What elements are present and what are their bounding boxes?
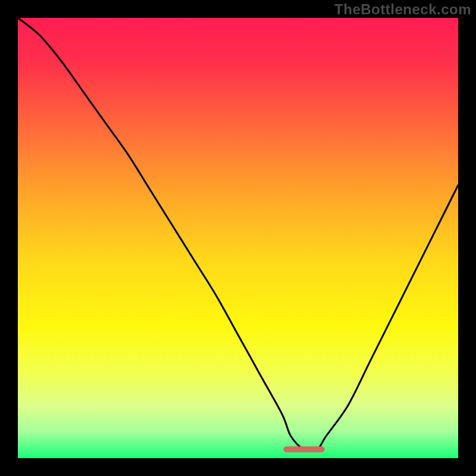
chart-frame: TheBottleneck.com — [0, 0, 476, 476]
gradient-background — [18, 18, 458, 458]
watermark-text: TheBottleneck.com — [334, 1, 471, 18]
plot-area — [18, 18, 458, 458]
plot-svg — [18, 18, 458, 458]
